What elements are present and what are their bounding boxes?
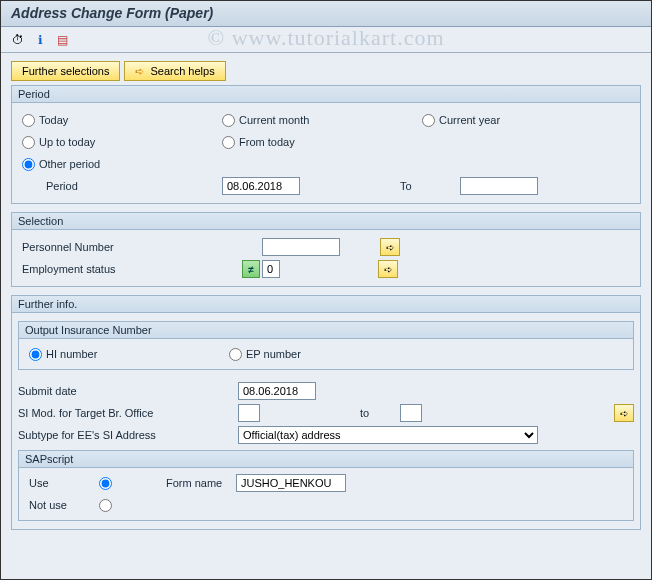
search-helps-label: Search helps <box>150 65 214 77</box>
label-employment-status: Employment status <box>22 263 116 275</box>
selection-title: Selection <box>12 213 640 230</box>
further-selections-label: Further selections <box>22 65 109 77</box>
label-up-to-today: Up to today <box>39 136 95 148</box>
period-to-input[interactable] <box>460 177 538 195</box>
label-other-period: Other period <box>39 158 100 170</box>
label-personnel-number: Personnel Number <box>22 241 114 253</box>
label-subtype: Subtype for EE's SI Address <box>18 429 156 441</box>
label-current-month: Current month <box>239 114 309 126</box>
arrow-right-icon: ➪ <box>620 408 628 419</box>
personnel-number-input[interactable] <box>262 238 340 256</box>
personnel-number-multi-button[interactable]: ➪ <box>380 238 400 256</box>
radio-ep-number[interactable] <box>229 348 242 361</box>
form-name-input[interactable] <box>236 474 346 492</box>
radio-other-period[interactable] <box>22 158 35 171</box>
label-not-use: Not use <box>29 499 67 511</box>
app-toolbar: ⏱ ℹ ▤ <box>1 27 651 53</box>
execute-icon[interactable]: ⏱ <box>9 31 27 49</box>
top-button-row: Further selections ➪ Search helps <box>11 61 641 81</box>
radio-not-use[interactable] <box>99 499 112 512</box>
label-period: Period <box>46 180 78 192</box>
sapscript-subgroup: SAPscript Use Form name Not use <box>18 450 634 521</box>
further-selections-button[interactable]: Further selections <box>11 61 120 81</box>
radio-current-year[interactable] <box>422 114 435 127</box>
label-to: To <box>400 180 460 192</box>
submit-date-input[interactable] <box>238 382 316 400</box>
label-current-year: Current year <box>439 114 500 126</box>
sapscript-title: SAPscript <box>19 451 633 468</box>
radio-current-month[interactable] <box>222 114 235 127</box>
period-group: Period Today Current month Current year … <box>11 85 641 204</box>
app-window: Address Change Form (Paper) © www.tutori… <box>0 0 652 580</box>
further-info-group: Further info. Output Insurance Number HI… <box>11 295 641 530</box>
selection-group: Selection Personnel Number ➪ Employment … <box>11 212 641 287</box>
label-submit-date: Submit date <box>18 385 77 397</box>
si-mod-from-input[interactable] <box>238 404 260 422</box>
radio-up-to-today[interactable] <box>22 136 35 149</box>
not-equal-icon[interactable]: ≠ <box>242 260 260 278</box>
output-insurance-subgroup: Output Insurance Number HI number EP num… <box>18 321 634 370</box>
radio-use[interactable] <box>99 477 112 490</box>
employment-status-input[interactable] <box>262 260 280 278</box>
arrow-right-icon: ➪ <box>386 242 394 253</box>
variant-icon[interactable]: ▤ <box>53 31 71 49</box>
subtype-combo[interactable]: Official(tax) address <box>238 426 538 444</box>
label-today: Today <box>39 114 68 126</box>
si-mod-to-input[interactable] <box>400 404 422 422</box>
content-area: Further selections ➪ Search helps Period… <box>1 53 651 546</box>
info-icon[interactable]: ℹ <box>31 31 49 49</box>
output-insurance-title: Output Insurance Number <box>19 322 633 339</box>
window-title: Address Change Form (Paper) <box>1 1 651 27</box>
si-mod-multi-button[interactable]: ➪ <box>614 404 634 422</box>
radio-from-today[interactable] <box>222 136 235 149</box>
label-from-today: From today <box>239 136 295 148</box>
further-info-title: Further info. <box>12 296 640 313</box>
period-title: Period <box>12 86 640 103</box>
period-from-input[interactable] <box>222 177 300 195</box>
arrow-right-icon: ➪ <box>135 65 144 78</box>
label-use: Use <box>29 477 49 489</box>
label-si-mod-to: to <box>360 407 400 419</box>
label-ep-number: EP number <box>246 348 301 360</box>
radio-hi-number[interactable] <box>29 348 42 361</box>
radio-today[interactable] <box>22 114 35 127</box>
employment-status-multi-button[interactable]: ➪ <box>378 260 398 278</box>
label-form-name: Form name <box>166 477 236 489</box>
search-helps-button[interactable]: ➪ Search helps <box>124 61 225 81</box>
arrow-right-icon: ➪ <box>384 264 392 275</box>
label-si-mod: SI Mod. for Target Br. Office <box>18 407 153 419</box>
label-hi-number: HI number <box>46 348 97 360</box>
